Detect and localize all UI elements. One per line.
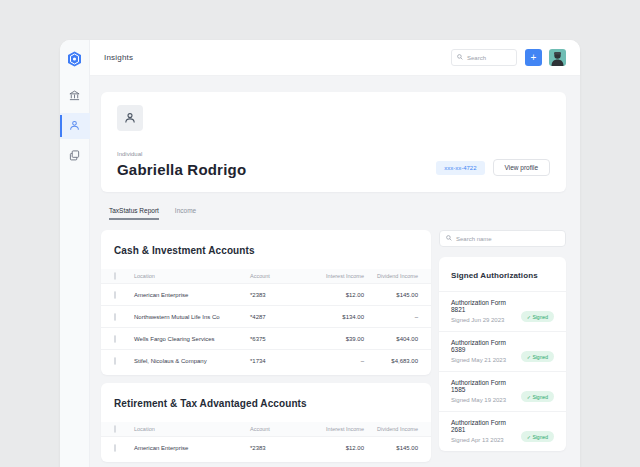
profile-card: Individual Gabriella Rodrigo xxx-xx-4722… [101, 92, 566, 192]
cell-account: *2383 [250, 292, 300, 298]
check-icon: ✓ [527, 314, 531, 320]
tab-taxstatus-report[interactable]: TaxStatus Report [109, 207, 159, 220]
row-checkbox[interactable] [114, 335, 116, 343]
authorization-info: Authorization Form 8821 Signed Jun 29 20… [451, 299, 521, 323]
authorization-name: Authorization Form 2681 [451, 419, 521, 433]
add-button[interactable]: + [525, 49, 542, 66]
page-background: Insights Search + [0, 0, 640, 467]
cell-dividend-income: $404.00 [364, 336, 418, 342]
sidebar-item-documents[interactable] [60, 143, 90, 169]
profile-name: Gabriella Rodrigo [117, 161, 246, 178]
app-logo-icon[interactable] [67, 51, 83, 67]
table-body: American Enterprise *2383 $12.00 $145.00 [101, 436, 431, 458]
authorization-name: Authorization Form 1585 [451, 379, 521, 393]
sidebar [60, 40, 90, 467]
check-icon: ✓ [527, 394, 531, 400]
signed-badge: ✓ Signed [521, 311, 554, 322]
ssn-masked-badge: xxx-xx-4722 [436, 161, 484, 175]
search-icon [446, 235, 452, 242]
search-name-input[interactable]: Search name [439, 230, 566, 247]
authorization-info: Authorization Form 1585 Signed May 19 20… [451, 379, 521, 403]
table-body: American Enterprise *2383 $12.00 $145.00… [101, 283, 431, 371]
row-checkbox[interactable] [114, 357, 116, 365]
cell-dividend-income: $145.00 [364, 292, 418, 298]
column-header-dividend-income: Dividend Income [364, 426, 418, 432]
profile-type-label: Individual [117, 151, 246, 157]
cell-dividend-income: – [364, 314, 418, 320]
cell-interest-income: $39.00 [300, 336, 364, 342]
column-header-account: Account [250, 426, 300, 432]
cash-investment-accounts-card: Cash & Investment Accounts Location Acco… [101, 230, 431, 375]
authorization-date: Signed May 21 2023 [451, 357, 521, 363]
select-all-checkbox[interactable] [114, 425, 116, 433]
signed-authorizations-card: Signed Authorizations Authorization Form… [439, 257, 566, 451]
authorization-name: Authorization Form 6389 [451, 339, 521, 353]
authorization-date: Signed Apr 13 2023 [451, 437, 521, 443]
cell-account: *1734 [250, 358, 300, 364]
authorizations-list: Authorization Form 8821 Signed Jun 29 20… [439, 291, 566, 451]
user-avatar[interactable] [549, 49, 566, 66]
cell-dividend-income: $145.00 [364, 445, 418, 451]
global-search-input[interactable]: Search [451, 49, 517, 66]
profile-identity: Individual Gabriella Rodrigo [117, 151, 246, 178]
table-row[interactable]: American Enterprise *2383 $12.00 $145.00 [101, 283, 431, 305]
tab-income[interactable]: Income [175, 207, 196, 220]
sidebar-item-institutions[interactable] [60, 83, 90, 109]
section-title: Retirement & Tax Advantaged Accounts [101, 383, 431, 422]
search-icon [457, 54, 463, 61]
signed-badge: ✓ Signed [521, 431, 554, 442]
cell-interest-income: – [300, 358, 364, 364]
column-header-interest-income: Interest Income [300, 426, 364, 432]
report-tabs: TaxStatus Report Income [109, 207, 566, 220]
column-header-account: Account [250, 273, 300, 279]
view-profile-button[interactable]: View profile [493, 159, 550, 176]
top-bar: Insights Search + [90, 40, 580, 76]
authorization-date: Signed May 19 2023 [451, 397, 521, 403]
individual-person-icon [117, 105, 143, 131]
authorization-name: Authorization Form 8821 [451, 299, 521, 313]
search-name-placeholder: Search name [456, 236, 492, 242]
section-title: Cash & Investment Accounts [101, 230, 431, 269]
cell-location: Wells Fargo Clearing Services [134, 336, 250, 342]
table-row[interactable]: Northwestern Mutual Life Ins Co *4287 $1… [101, 305, 431, 327]
cell-location: American Enterprise [134, 292, 250, 298]
table-header-row: Location Account Interest Income Dividen… [101, 422, 431, 436]
authorization-info: Authorization Form 2681 Signed Apr 13 20… [451, 419, 521, 443]
cell-interest-income: $12.00 [300, 292, 364, 298]
row-checkbox[interactable] [114, 291, 116, 299]
authorization-item[interactable]: Authorization Form 6389 Signed May 21 20… [439, 331, 566, 371]
signed-badge: ✓ Signed [521, 351, 554, 362]
select-all-checkbox[interactable] [114, 272, 116, 280]
authorization-item[interactable]: Authorization Form 8821 Signed Jun 29 20… [439, 291, 566, 331]
row-checkbox[interactable] [114, 444, 116, 452]
column-header-location: Location [134, 426, 250, 432]
person-icon [69, 117, 80, 135]
row-checkbox[interactable] [114, 313, 116, 321]
cell-location: Stifel, Nicolaus & Company [134, 358, 250, 364]
table-row[interactable]: Wells Fargo Clearing Services *6375 $39.… [101, 327, 431, 349]
table-row[interactable]: American Enterprise *2383 $12.00 $145.00 [101, 436, 431, 458]
table-row[interactable]: Stifel, Nicolaus & Company *1734 – $4,68… [101, 349, 431, 371]
content-area: Individual Gabriella Rodrigo xxx-xx-4722… [90, 76, 580, 467]
global-search-placeholder: Search [467, 55, 486, 61]
authorizations-title: Signed Authorizations [439, 257, 566, 291]
cell-interest-income: $134.00 [300, 314, 364, 320]
cell-dividend-income: $4,683.00 [364, 358, 418, 364]
bank-icon [69, 87, 80, 105]
page-title: Insights [104, 53, 133, 62]
column-header-interest-income: Interest Income [300, 273, 364, 279]
check-icon: ✓ [527, 434, 531, 440]
authorization-date: Signed Jun 29 2023 [451, 317, 521, 323]
app-window: Insights Search + [60, 40, 580, 467]
sidebar-item-individuals[interactable] [60, 113, 90, 139]
cell-location: Northwestern Mutual Life Ins Co [134, 314, 250, 320]
check-icon: ✓ [527, 354, 531, 360]
column-header-dividend-income: Dividend Income [364, 273, 418, 279]
tables-column: Cash & Investment Accounts Location Acco… [101, 230, 431, 467]
table-header-row: Location Account Interest Income Dividen… [101, 269, 431, 283]
authorization-item[interactable]: Authorization Form 2681 Signed Apr 13 20… [439, 411, 566, 451]
retirement-accounts-card: Retirement & Tax Advantaged Accounts Loc… [101, 383, 431, 462]
profile-actions: xxx-xx-4722 View profile [436, 159, 550, 176]
authorization-item[interactable]: Authorization Form 1585 Signed May 19 20… [439, 371, 566, 411]
signed-badge: ✓ Signed [521, 391, 554, 402]
